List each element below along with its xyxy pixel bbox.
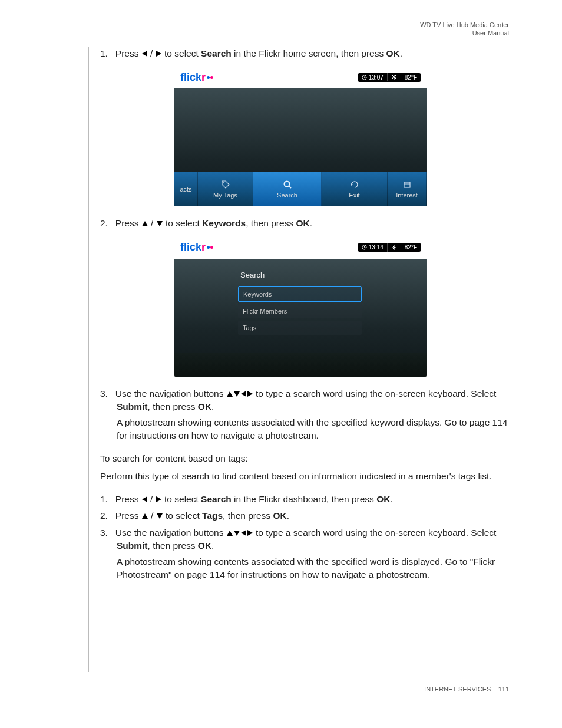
- up-arrow-icon: [226, 530, 233, 536]
- svg-marker-1: [156, 51, 161, 57]
- page-content: 1. Press / to select Search in the Flick…: [88, 47, 513, 582]
- time-text: 13:14: [369, 244, 384, 251]
- search-option-tags[interactable]: Tags: [238, 321, 362, 335]
- logo-r: r: [201, 241, 206, 253]
- up-arrow-icon: [141, 513, 148, 519]
- right-arrow-icon: [156, 50, 162, 57]
- svg-rect-11: [404, 182, 410, 187]
- step-num: 1.: [100, 48, 108, 58]
- svg-marker-22: [241, 391, 246, 397]
- search-tags-intro: To search for content based on tags:: [88, 452, 513, 465]
- svg-marker-29: [234, 531, 240, 536]
- right-arrow-icon: [247, 390, 253, 397]
- bold-ok: OK: [376, 494, 390, 504]
- temp-text: 82°F: [405, 244, 417, 251]
- step-text: Press: [115, 510, 141, 521]
- search-title: Search: [238, 271, 362, 279]
- tags-step-1: 1. Press / to select Search in the Flick…: [88, 493, 513, 506]
- clock-segment: 13:07: [358, 73, 387, 82]
- nav-label: Exit: [349, 192, 359, 199]
- flickr-logo: flickr: [180, 71, 213, 84]
- left-arrow-icon: [240, 390, 247, 397]
- screenshot-body: Search Keywords Flickr Members Tags: [174, 259, 427, 377]
- svg-marker-28: [227, 531, 233, 536]
- step-text: to select: [162, 48, 201, 58]
- svg-marker-13: [142, 221, 148, 226]
- left-arrow-icon: [141, 496, 148, 503]
- nav-strip: acts My Tags Search Exit Interest: [174, 172, 427, 206]
- step-text: Press: [115, 218, 141, 228]
- step-text: , then press: [148, 541, 198, 551]
- left-arrow-icon: [141, 50, 148, 57]
- nav-item-acts[interactable]: acts: [174, 172, 198, 206]
- step-text: Press: [115, 48, 141, 58]
- logo-dot-pink-icon: [210, 246, 213, 249]
- svg-marker-26: [142, 513, 148, 519]
- logo-dot-pink-icon: [210, 76, 213, 79]
- step-text: Press: [115, 494, 141, 504]
- nav-label: Interest: [396, 192, 418, 199]
- step-text: .: [310, 218, 312, 228]
- tags-step-3-sub: A photostream showing contents associate…: [88, 555, 513, 582]
- bold-ok: OK: [273, 510, 286, 521]
- flickr-home-screenshot: flickr 13:07 82°F acts: [174, 66, 427, 206]
- tag-icon: [221, 180, 230, 189]
- down-arrow-icon: [233, 530, 240, 536]
- nav-item-exit[interactable]: Exit: [322, 172, 388, 206]
- slash: /: [148, 510, 156, 521]
- down-arrow-icon: [233, 391, 240, 397]
- step-text: .: [390, 494, 392, 504]
- step-1: 1. Press / to select Search in the Flick…: [88, 47, 513, 60]
- slash: /: [148, 494, 156, 504]
- search-option-members[interactable]: Flickr Members: [238, 304, 362, 318]
- svg-marker-30: [241, 530, 246, 536]
- step-num: 3.: [100, 528, 108, 538]
- nav-item-search[interactable]: Search: [253, 172, 322, 206]
- step-num: 1.: [100, 494, 108, 504]
- search-option-keywords[interactable]: Keywords: [238, 286, 362, 302]
- right-arrow-icon: [247, 529, 253, 536]
- svg-marker-23: [247, 391, 253, 397]
- step-text: , then press: [148, 401, 198, 411]
- nav-item-interest[interactable]: Interest: [388, 172, 427, 206]
- step-num: 2.: [100, 218, 108, 228]
- tags-step-2: 2. Press / to select Tags, then press OK…: [88, 509, 513, 522]
- svg-marker-21: [234, 391, 240, 397]
- bold-ok: OK: [198, 401, 211, 411]
- step-text: .: [211, 401, 214, 411]
- screenshot-body: acts My Tags Search Exit Interest: [174, 88, 427, 206]
- time-text: 13:07: [369, 74, 384, 81]
- bold-ok: OK: [198, 541, 211, 551]
- nav-item-mytags[interactable]: My Tags: [198, 172, 253, 206]
- step-text: , then press: [223, 510, 273, 521]
- status-bar: 13:07 82°F: [358, 73, 421, 82]
- header-line2: User Manual: [420, 29, 509, 37]
- down-arrow-icon: [156, 513, 163, 519]
- temp-segment: 82°F: [401, 73, 421, 82]
- tags-step-3: 3. Use the navigation buttons to type a …: [88, 526, 513, 553]
- page-header: WD TV Live Hub Media Center User Manual: [420, 21, 509, 38]
- left-arrow-icon: [240, 529, 247, 536]
- svg-marker-24: [142, 496, 147, 502]
- step-2: 2. Press / to select Keywords, then pres…: [88, 217, 513, 230]
- up-arrow-icon: [226, 391, 233, 397]
- down-arrow-icon: [156, 220, 163, 227]
- svg-marker-14: [157, 221, 163, 226]
- screenshot-topbar: flickr 13:14 82°F: [174, 236, 427, 259]
- nav-label: Search: [277, 192, 297, 199]
- footer-dash: –: [491, 686, 498, 693]
- bold-ok: OK: [386, 48, 400, 58]
- search-icon: [283, 180, 292, 189]
- calendar-icon: [402, 180, 412, 189]
- clock-icon: [362, 75, 367, 80]
- temp-text: 82°F: [405, 74, 417, 81]
- weather-icon-segment: [387, 243, 401, 252]
- step-num: 2.: [100, 510, 108, 521]
- footer-page: 111: [498, 686, 509, 693]
- search-tags-desc: Perform this type of search to find cont…: [88, 470, 513, 483]
- logo-flick: flick: [180, 71, 201, 83]
- bold-search: Search: [201, 494, 232, 504]
- slash: /: [148, 48, 156, 58]
- svg-marker-31: [247, 530, 253, 536]
- svg-point-7: [223, 182, 224, 183]
